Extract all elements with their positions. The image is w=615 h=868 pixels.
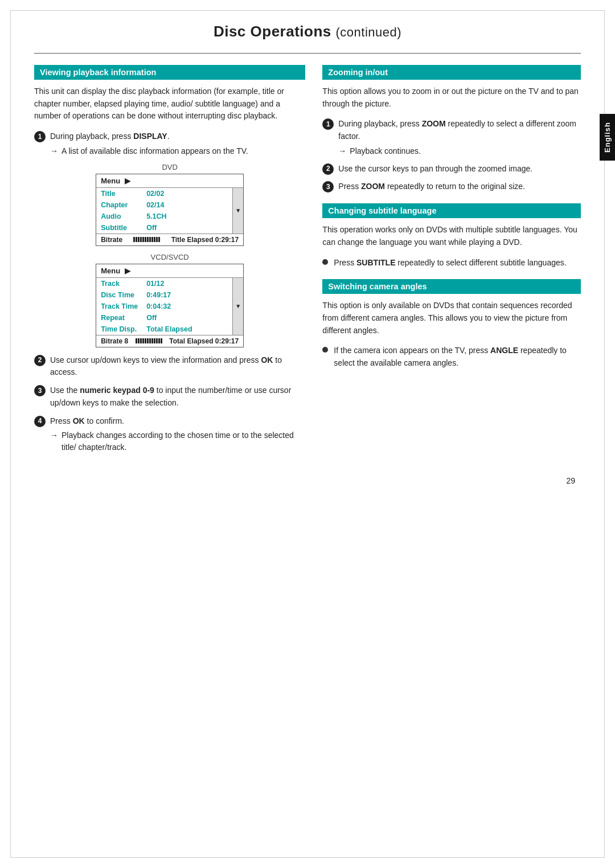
zoom-step-num-1: 1 <box>322 118 334 130</box>
section-header-viewing: Viewing playback information <box>34 65 305 80</box>
zoom-step1-arrow-text: Playback continues. <box>350 145 421 157</box>
step-num-4: 4 <box>34 416 46 427</box>
step-1-display: 1 During playback, press DISPLAY. → A li… <box>34 130 305 157</box>
vbar11 <box>158 338 160 343</box>
subtitle-bullet: Press SUBTITLE repeatedly to select diff… <box>322 257 581 269</box>
bar4 <box>140 237 142 242</box>
vcd-row-timedisp: Time Disp.Total Elapsed <box>96 324 232 335</box>
zoom-step1-text: During playback, press ZOOM repeatedly t… <box>338 119 576 141</box>
two-column-layout: Viewing playback information This unit c… <box>34 65 581 459</box>
vcd-row-track: Track01/12 <box>96 278 232 289</box>
title-text: Disc Operations <box>214 23 331 40</box>
dvd-menu-title-row: Menu ▶ <box>96 174 243 188</box>
vcd-menu-box: Menu ▶ Track01/12 Disc Time0:49:17 Track… <box>96 264 244 347</box>
zoom-step-3: 3 Press ZOOM repeatedly to return to the… <box>322 181 581 193</box>
vbar3 <box>140 338 142 343</box>
bar10 <box>154 237 155 242</box>
zoom-step3-text: Press ZOOM repeatedly to return to the o… <box>338 182 525 191</box>
vcd-elapsed-label: Total Elapsed 0:29:17 <box>169 337 239 345</box>
dvd-row-title: Title02/02 <box>96 188 232 199</box>
step4-arrow-text: Playback changes according to the chosen… <box>62 429 305 453</box>
dvd-label: DVD <box>34 163 305 171</box>
vcd-menu-title: Menu <box>101 267 120 275</box>
zoom-step-2: 2 Use the cursor keys to pan through the… <box>322 163 581 175</box>
vcd-row-tracktime: Track Time0:04:32 <box>96 301 232 312</box>
vbar10 <box>156 338 158 343</box>
vbar1 <box>136 338 137 343</box>
dvd-menu-box: Menu ▶ Title02/02 Chapter02/14 Audio5.1C… <box>96 174 244 246</box>
bar8 <box>149 237 151 242</box>
step-2-cursor: 2 Use cursor up/down keys to view the in… <box>34 354 305 379</box>
bar3 <box>138 237 140 242</box>
bar12 <box>158 237 160 242</box>
zoom-body: This option allows you to zoom in or out… <box>322 85 581 110</box>
dvd-row-audio: Audio5.1CH <box>96 211 232 222</box>
zoom-step-1: 1 During playback, press ZOOM repeatedly… <box>322 118 581 157</box>
dvd-bitrate-label: Bitrate <box>101 236 122 244</box>
vbar9 <box>154 338 155 343</box>
vbar2 <box>138 338 140 343</box>
zoom-step-num-2: 2 <box>322 163 334 175</box>
vcd-bitrate-row: Bitrate 8 To <box>96 335 243 347</box>
dvd-bitrate-bars <box>133 237 160 242</box>
vcd-menu-title-row: Menu ▶ <box>96 264 243 278</box>
step-num-1: 1 <box>34 131 46 142</box>
vbar12 <box>161 338 162 343</box>
zoom-step-1-content: During playback, press ZOOM repeatedly t… <box>338 118 581 157</box>
bar1 <box>133 237 135 242</box>
bar7 <box>147 237 149 242</box>
dvd-row-chapter: Chapter02/14 <box>96 199 232 211</box>
vbar7 <box>149 338 151 343</box>
vcd-menu-arrow: ▶ <box>125 267 130 275</box>
bar11 <box>156 237 158 242</box>
section-header-zoom: Zooming in/out <box>322 65 581 80</box>
vbar8 <box>151 338 153 343</box>
step-2-content: Use cursor up/down keys to view the info… <box>50 354 305 379</box>
step-3-content: Use the numeric keypad 0-9 to input the … <box>50 384 305 409</box>
menu-arrow-icon: ▶ <box>125 177 130 185</box>
arrow-icon: → <box>50 145 58 157</box>
vcd-scroll-bar: ▼ <box>232 278 243 335</box>
zoom-step-2-content: Use the cursor keys to pan through the z… <box>338 163 581 175</box>
vcd-row-repeat: RepeatOff <box>96 312 232 324</box>
bar2 <box>136 237 137 242</box>
zoom-step-num-3: 3 <box>322 181 334 193</box>
english-tab: English <box>600 114 615 161</box>
zoom-step1-arrow: → Playback continues. <box>338 145 581 157</box>
vcd-bitrate-bars <box>136 338 162 343</box>
vcd-menu-rows: Track01/12 Disc Time0:49:17 Track Time0:… <box>96 278 232 335</box>
dvd-row-subtitle: SubtitleOff <box>96 222 232 234</box>
dvd-menu-content: Title02/02 Chapter02/14 Audio5.1CH Subti… <box>96 188 243 234</box>
vbar5 <box>145 338 146 343</box>
title-continued: (continued) <box>336 25 402 39</box>
vbar6 <box>147 338 149 343</box>
step1-arrow: → A list of available disc information a… <box>50 145 305 157</box>
dvd-scroll-bar: ▼ <box>232 188 243 234</box>
dvd-menu-rows: Title02/02 Chapter02/14 Audio5.1CH Subti… <box>96 188 232 234</box>
vcd-label: VCD/SVCD <box>34 253 305 261</box>
viewing-body: This unit can display the disc playback … <box>34 85 305 122</box>
step-1-content: During playback, press DISPLAY. → A list… <box>50 130 305 157</box>
page-title: Disc Operations (continued) <box>34 23 581 40</box>
vbar4 <box>142 338 144 343</box>
step3-text: Use the numeric keypad 0-9 to input the … <box>50 386 291 407</box>
page-number: 29 <box>34 476 581 485</box>
camera-bullet-icon <box>322 347 328 353</box>
left-column: Viewing playback information This unit c… <box>34 65 305 459</box>
camera-bullet-text: If the camera icon appears on the TV, pr… <box>334 345 581 369</box>
zoom-step-3-content: Press ZOOM repeatedly to return to the o… <box>338 181 581 193</box>
bullet-icon <box>322 259 328 265</box>
step1-arrow-text: A list of available disc information app… <box>62 145 248 157</box>
step-num-3: 3 <box>34 385 46 396</box>
step-num-2: 2 <box>34 355 46 366</box>
bar9 <box>151 237 153 242</box>
section-header-camera: Switching camera angles <box>322 279 581 294</box>
step1-text-before: During playback, press DISPLAY. <box>50 132 170 141</box>
section-header-subtitle: Changing subtitle language <box>322 203 581 218</box>
zoom-step2-text: Use the cursor keys to pan through the z… <box>338 164 532 173</box>
camera-body: This option is only available on DVDs th… <box>322 300 581 337</box>
right-column: Zooming in/out This option allows you to… <box>322 65 581 459</box>
camera-bullet: If the camera icon appears on the TV, pr… <box>322 345 581 369</box>
vcd-row-disctime: Disc Time0:49:17 <box>96 289 232 301</box>
bar5 <box>142 237 144 242</box>
